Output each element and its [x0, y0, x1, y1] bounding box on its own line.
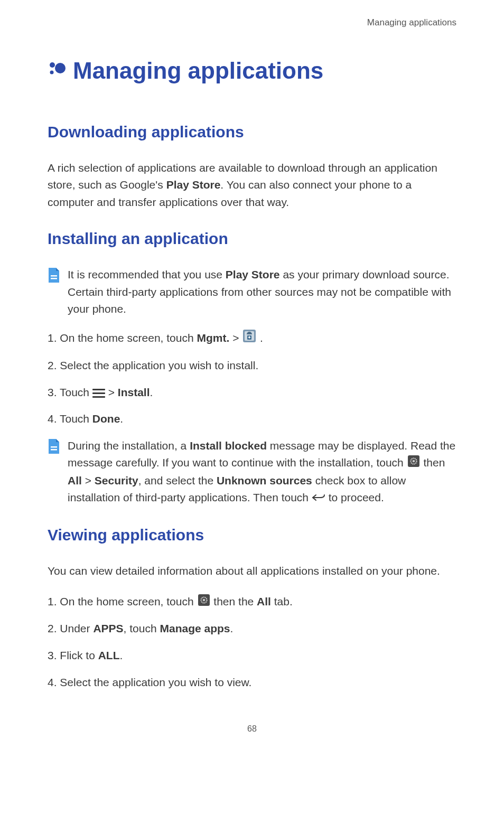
note-text: It is recommended that you use Play Stor…: [68, 266, 456, 318]
text-bold: All: [257, 595, 271, 607]
back-arrow-icon: [312, 490, 325, 508]
svg-rect-2: [51, 275, 57, 277]
text-fragment: 2. Under: [48, 622, 93, 634]
step-item: 4. Select the application you wish to vi…: [48, 674, 456, 691]
note-page-icon: [48, 268, 60, 283]
text-fragment: >: [108, 386, 118, 398]
text-bold: Unknown sources: [217, 474, 312, 486]
text-fragment: .: [120, 413, 123, 425]
svg-point-1: [50, 70, 54, 74]
text-bold: Mgmt.: [197, 332, 230, 344]
text-fragment: During the installation, a: [68, 439, 190, 452]
text-bold: All: [68, 474, 82, 486]
step-item: 3. Flick to ALL.: [48, 647, 456, 664]
text-fragment: >: [82, 474, 95, 486]
step-item: 2. Select the application you wish to in…: [48, 357, 456, 375]
step-item: 1. On the home screen, touch Mgmt. > .: [48, 330, 456, 348]
text-fragment: 3. Touch: [48, 386, 92, 398]
text-fragment: >: [229, 332, 242, 344]
step-item: 3. Touch > Install.: [48, 384, 456, 401]
step-item: 2. Under APPS, touch Manage apps.: [48, 620, 456, 638]
text-fragment: .: [120, 649, 123, 661]
installing-steps: 1. On the home screen, touch Mgmt. > . 2…: [48, 330, 456, 428]
text-fragment: then: [423, 456, 445, 469]
settings-gear-icon: [198, 594, 210, 611]
svg-rect-7: [51, 446, 57, 448]
svg-rect-8: [51, 449, 57, 451]
section-heading-installing: Installing an application: [48, 227, 456, 250]
text-fragment: 1. On the home screen, touch: [48, 595, 197, 607]
apps-puzzle-icon: [48, 53, 67, 88]
note-page-icon: [48, 439, 60, 454]
menu-icon: [92, 387, 105, 400]
text-fragment: then the: [213, 595, 257, 607]
step-item: 4. Touch Done.: [48, 410, 456, 428]
text-fragment: .: [260, 332, 263, 344]
page-title-text: Managing applications: [73, 53, 323, 88]
downloading-body: A rich selection of applications are ava…: [48, 160, 456, 211]
text-fragment: tab.: [271, 595, 293, 607]
text-bold: Play Store: [166, 179, 221, 191]
text-bold: APPS: [93, 622, 123, 634]
section-heading-viewing: Viewing applications: [48, 523, 456, 547]
svg-rect-3: [51, 278, 57, 279]
viewing-body: You can view detailed information about …: [48, 563, 456, 580]
text-bold: Install blocked: [190, 439, 267, 452]
text-bold: Security: [95, 474, 138, 486]
header-label: Managing applications: [48, 16, 456, 30]
text-bold: ALL: [98, 649, 120, 661]
note-text: During the installation, a Install block…: [68, 437, 456, 508]
svg-point-14: [202, 599, 205, 602]
text-bold: Manage apps: [160, 622, 230, 634]
text-fragment: 1. On the home screen, touch: [48, 332, 197, 344]
text-fragment: , touch: [124, 622, 160, 634]
step-item: 1. On the home screen, touch then the Al…: [48, 593, 456, 611]
text-fragment: It is recommended that you use: [68, 268, 226, 280]
note-block: It is recommended that you use Play Stor…: [48, 266, 456, 318]
note-block: During the installation, a Install block…: [48, 437, 456, 508]
text-fragment: to proceed.: [329, 491, 384, 503]
file-download-icon: [243, 330, 256, 348]
page-number: 68: [48, 723, 456, 735]
text-bold: Done: [92, 413, 120, 425]
text-fragment: , and select the: [138, 474, 217, 486]
text-fragment: 4. Touch: [48, 413, 92, 425]
viewing-steps: 1. On the home screen, touch then the Al…: [48, 593, 456, 691]
svg-point-11: [412, 460, 415, 463]
text-fragment: 3. Flick to: [48, 649, 98, 661]
section-heading-downloading: Downloading applications: [48, 120, 456, 144]
text-bold: Install: [118, 386, 150, 398]
text-fragment: .: [230, 622, 234, 634]
text-fragment: .: [150, 386, 153, 398]
text-bold: Play Store: [226, 268, 280, 280]
page-title: Managing applications: [48, 53, 456, 88]
svg-point-0: [50, 62, 55, 68]
settings-gear-icon: [408, 455, 419, 472]
